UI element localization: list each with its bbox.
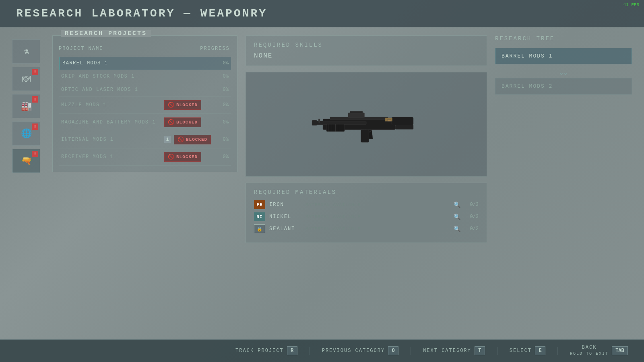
weapons-icon: 🔫 <box>21 156 32 167</box>
material-row-nickel: NI NICKEL MATERIAL AVAILABLE 🔍 0/3 <box>254 212 479 221</box>
svg-rect-8 <box>350 111 363 113</box>
key-r[interactable]: R <box>287 346 297 355</box>
sidebar-item-weapons[interactable]: 🔫 ! <box>12 149 40 173</box>
projects-table: PROJECT NAME PROGRESS BARREL MODS 1 0% G… <box>59 46 231 166</box>
progress-grip-stock: 0% <box>213 74 229 79</box>
project-name-magazine: MAGAZINE AND BATTERY MODS 1 <box>61 119 164 125</box>
svg-rect-1 <box>316 121 366 125</box>
muzzle-blocked-label: BLOCKED <box>176 103 198 107</box>
middle-panel: REQUIRED SKILLS NONE <box>246 35 487 349</box>
project-row-internal[interactable]: INTERNAL MODS 1 i 🚫 BLOCKED 0% <box>59 131 231 148</box>
progress-barrel-mods-1: 0% <box>213 60 229 66</box>
nickel-available: MATERIAL AVAILABLE <box>305 214 450 219</box>
sealant-badge: 🔒 <box>254 224 265 233</box>
progress-magazine: 0% <box>213 119 229 125</box>
sealant-count: 0/2 <box>464 226 479 232</box>
magazine-blocked-label: BLOCKED <box>176 120 198 125</box>
nickel-badge: NI <box>254 212 265 221</box>
fps-counter: 41 FPS <box>623 2 639 7</box>
iron-available: MATERIAL AVAILABLE <box>305 202 450 207</box>
divider-3 <box>497 347 497 355</box>
magazine-status: 🚫 BLOCKED <box>164 117 213 127</box>
internal-blocked-badge: 🚫 BLOCKED <box>174 135 211 144</box>
project-row-optic-laser[interactable]: OPTIC AND LASER MODS 1 0% <box>59 83 231 97</box>
skills-value: NONE <box>254 52 479 60</box>
tree-node-barrel-2[interactable]: BARREL MODS 2 <box>495 78 632 95</box>
next-cat-label: NEXT CATEGORY <box>423 348 471 354</box>
iron-badge: FE <box>254 200 265 209</box>
internal-blocked-label: BLOCKED <box>186 137 207 142</box>
divider-1 <box>310 347 310 355</box>
sidebar: ⚗ 🍽 ! 🏭 ! 🌐 ! 🔫 ! <box>12 35 44 349</box>
key-e[interactable]: E <box>535 346 545 355</box>
action-track-project: TRACK PROJECT R <box>235 346 297 355</box>
weapon-image <box>246 72 487 177</box>
page-title: RESEARCH LABORATORY — WEAPONRY <box>16 7 267 20</box>
lab-icon: ⚗ <box>23 46 29 57</box>
magazine-blocked-badge: 🚫 BLOCKED <box>164 117 201 127</box>
material-row-iron: FE IRON MATERIAL AVAILABLE 🔍 0/3 <box>254 200 479 209</box>
table-header: PROJECT NAME PROGRESS <box>59 46 231 55</box>
divider-4 <box>557 347 558 355</box>
project-name-grip-stock: GRIP AND STOCK MODS 1 <box>61 74 213 79</box>
globe-icon: 🌐 <box>21 128 32 139</box>
internal-status: i 🚫 BLOCKED <box>164 135 213 144</box>
select-label: SELECT <box>510 348 532 354</box>
project-row-muzzle[interactable]: MUZZLE MODS 1 🚫 BLOCKED 0% <box>59 97 231 114</box>
col-name-header: PROJECT NAME <box>59 46 199 51</box>
sealant-search-icon[interactable]: 🔍 <box>454 226 460 232</box>
key-tab[interactable]: TAB <box>612 346 628 355</box>
tree-node-label-2: BARREL MODS 2 <box>502 83 553 89</box>
iron-search-icon[interactable]: 🔍 <box>454 202 460 208</box>
project-name-muzzle: MUZZLE MODS 1 <box>61 102 164 108</box>
project-name-barrel-mods-1: BARREL MODS 1 <box>62 60 213 66</box>
action-prev-category: PREVIOUS CATEGORY O <box>322 346 398 355</box>
sidebar-item-factory[interactable]: 🏭 ! <box>12 94 40 118</box>
muzzle-status: 🚫 BLOCKED <box>164 100 213 110</box>
prev-cat-label: PREVIOUS CATEGORY <box>322 348 385 354</box>
sealant-available: MATERIAL AVAILABLE <box>305 226 450 231</box>
svg-rect-4 <box>395 125 413 130</box>
track-label: TRACK PROJECT <box>235 348 284 354</box>
materials-title: REQUIRED MATERIALS <box>254 189 479 195</box>
project-row-magazine[interactable]: MAGAZINE AND BATTERY MODS 1 🚫 BLOCKED 0% <box>59 114 231 131</box>
svg-rect-10 <box>318 119 320 123</box>
tree-connector: ⌄⌄ <box>495 68 632 76</box>
receiver-blocked-label: BLOCKED <box>176 154 198 159</box>
progress-optic-laser: 0% <box>213 87 229 93</box>
blocked-icon-internal: 🚫 <box>178 136 184 143</box>
nickel-search-icon[interactable]: 🔍 <box>454 214 460 220</box>
receiver-status: 🚫 BLOCKED <box>164 152 213 162</box>
project-row-receiver[interactable]: RECEIVER MODS 1 🚫 BLOCKED 0% <box>59 148 231 166</box>
divider-2 <box>411 347 411 355</box>
required-materials-panel: REQUIRED MATERIALS FE IRON MATERIAL AVAI… <box>246 183 487 243</box>
factory-badge: ! <box>32 96 38 103</box>
iron-count: 0/3 <box>464 202 479 208</box>
receiver-blocked-badge: 🚫 BLOCKED <box>164 152 201 162</box>
key-t[interactable]: T <box>475 346 485 355</box>
factory-icon: 🏭 <box>21 101 32 112</box>
key-o[interactable]: O <box>388 346 398 355</box>
project-row-barrel-mods-1[interactable]: BARREL MODS 1 0% <box>59 57 231 70</box>
back-label: BACKHOLD TO EXIT <box>570 345 609 357</box>
tree-node-label-1: BARREL MODS 1 <box>502 53 553 59</box>
svg-rect-11 <box>312 120 317 125</box>
weapon-svg <box>294 80 439 169</box>
info-icon-internal[interactable]: i <box>164 136 171 143</box>
project-name-optic-laser: OPTIC AND LASER MODS 1 <box>61 87 213 93</box>
action-next-category: NEXT CATEGORY T <box>423 346 485 355</box>
required-skills-panel: REQUIRED SKILLS NONE <box>246 35 487 66</box>
project-row-grip-stock[interactable]: GRIP AND STOCK MODS 1 0% <box>59 70 231 83</box>
project-name-internal: INTERNAL MODS 1 <box>61 137 164 142</box>
sidebar-item-lab[interactable]: ⚗ <box>12 39 40 64</box>
sidebar-item-food[interactable]: 🍽 ! <box>12 67 40 91</box>
svg-rect-9 <box>361 130 369 143</box>
food-icon: 🍽 <box>22 74 31 84</box>
tree-title: RESEARCH TREE <box>495 35 632 42</box>
sidebar-item-globe[interactable]: 🌐 ! <box>12 121 40 146</box>
tree-node-barrel-1[interactable]: BARREL MODS 1 <box>495 48 632 64</box>
skills-title: REQUIRED SKILLS <box>254 42 479 48</box>
svg-rect-3 <box>392 117 413 125</box>
nickel-count: 0/3 <box>464 214 479 220</box>
iron-name: IRON <box>269 202 301 208</box>
